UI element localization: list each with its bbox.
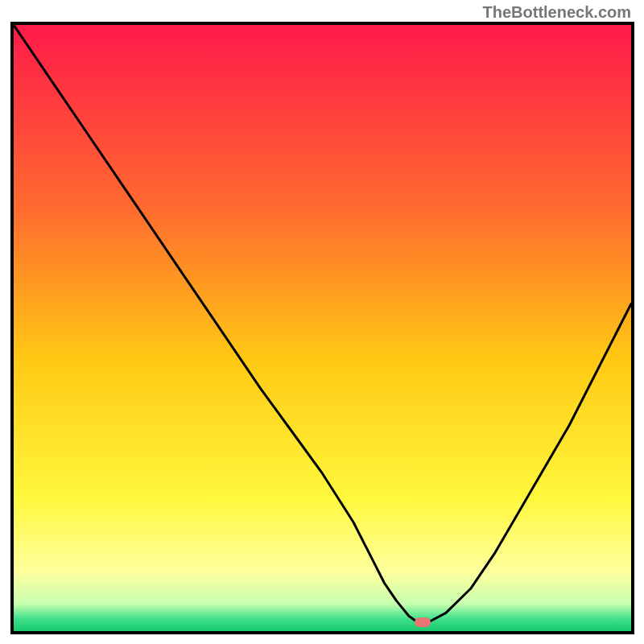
watermark: TheBottleneck.com [483, 3, 631, 22]
bottleneck-curve [14, 25, 631, 631]
chart-area [10, 22, 634, 634]
optimal-point-marker [415, 617, 431, 627]
